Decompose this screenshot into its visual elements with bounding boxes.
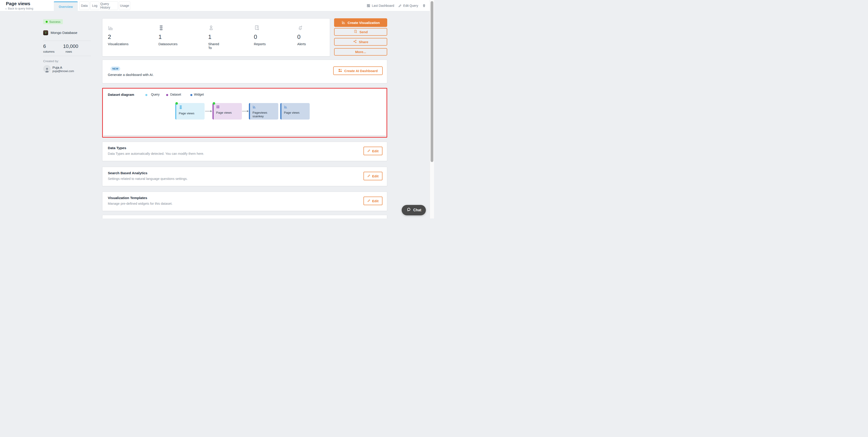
last-dashboard-label: Last Dashboard [372,4,394,7]
node-label: Page views [179,112,194,115]
data-types-card: Data Types Data Types are automatically … [102,142,387,161]
create-visualization-button[interactable]: Create Visualization [334,18,387,27]
edit-label: Edit [372,149,378,153]
rows-count: 10,000 [63,43,78,49]
header-actions: Last Dashboard Edit Query [367,0,426,11]
legend-widget-dot-icon [190,94,192,96]
report-icon [254,25,260,32]
status-dot-icon [213,102,215,105]
vertical-scrollbar-thumb[interactable] [431,1,433,162]
bar-chart-icon [252,105,256,110]
page-title: Page views [6,1,30,6]
send-report-icon [353,30,358,34]
stat-value: 1 [208,33,211,40]
creator-name: Puja A [53,65,62,69]
overview-stats-card: 2 Visualizations 1 Datasources 1 Shared … [102,18,330,57]
create-visualization-label: Create Visualization [348,21,380,25]
arrow-right-icon [205,110,212,113]
back-to-query-listing-link[interactable]: ‹ Back to query listing [5,7,33,10]
avatar [43,65,51,72]
tab-data[interactable]: Data [79,1,89,10]
next-section-card-partial [102,215,387,218]
person-icon [208,25,214,32]
database-icon [179,105,183,110]
ai-banner-text: Generate a dashboard with AI. [108,73,154,76]
bell-icon [297,25,303,32]
bar-chart-icon [108,25,114,32]
columns-label: columns [43,50,55,53]
tab-overview[interactable]: Overview [54,1,78,11]
success-dot-icon [46,21,48,23]
legend-query-dot-icon [145,94,147,96]
tab-usage[interactable]: Usage [119,1,130,10]
chat-button[interactable]: Chat [402,205,426,215]
diagram-horizontal-scrollbar[interactable] [103,135,386,136]
dataset-diagram-card: Dataset diagram Query Dataset Widget Pag… [102,88,387,137]
edit-label: Edit [372,199,378,203]
stat-label: Datasources [158,42,178,46]
trash-icon [422,4,426,7]
stat-label: Visualizations [108,42,128,46]
table-icon [216,105,220,110]
node-label: Pageviews ssankey [252,111,276,118]
stat-label: Alerts [297,42,306,46]
edit-query-button[interactable]: Edit Query [398,4,418,7]
more-button[interactable]: More... [334,48,387,56]
legend-dataset-label: Dataset [170,93,181,96]
last-dashboard-button[interactable]: Last Dashboard [367,4,394,7]
dashboard-grid-icon [367,4,370,7]
mongodb-icon [43,30,48,35]
share-label: Share [359,40,368,44]
share-icon [353,39,357,44]
header: Page views ‹ Back to query listing Overv… [0,0,434,11]
chat-bubble-icon [406,207,411,213]
bar-chart-icon [284,105,287,110]
vertical-scrollbar-track[interactable] [430,0,434,218]
node-label: Page views [284,111,300,115]
created-by-label: Created by: [43,59,59,63]
create-ai-dashboard-button[interactable]: Create AI Dashboard [333,66,383,75]
bar-chart-icon [342,20,346,25]
stat-value: 0 [254,33,257,40]
legend-query-label: Query [151,93,160,96]
edit-query-label: Edit Query [403,4,418,7]
datasource-name: Mongo Database [51,31,77,35]
database-icon [158,25,164,32]
ai-dashboard-icon [338,68,342,73]
new-badge: NEW [111,66,120,71]
section-description: Data Types are automatically detected. Y… [108,152,204,155]
section-description: Settings related to natural language que… [108,177,188,181]
stat-label: Shared To [208,42,219,50]
more-label: More... [355,50,366,54]
pencil-icon [367,174,370,178]
node-label: Page views [216,111,232,115]
status-badge: Success [43,19,63,24]
datasource-row[interactable]: Mongo Database [43,30,77,35]
rows-label: rows [66,50,72,53]
tab-log[interactable]: Log [90,1,99,10]
diagram-node-widget-1[interactable]: Pageviews ssankey [249,103,278,120]
diagram-node-dataset[interactable]: Page views [213,103,242,120]
share-button[interactable]: Share [334,38,387,45]
stat-value: 2 [108,33,111,40]
diagram-node-query[interactable]: Page views [175,103,205,120]
visualization-templates-edit-button[interactable]: Edit [364,196,382,205]
data-types-edit-button[interactable]: Edit [364,147,382,155]
stat-value: 1 [158,33,162,40]
query-overview-page: Page views ‹ Back to query listing Overv… [0,0,434,218]
edit-label: Edit [372,174,378,178]
status-badge-label: Success [49,20,60,24]
diagram-node-widget-2[interactable]: Page views [280,103,310,120]
stat-value: 0 [297,33,301,40]
send-button[interactable]: Send [334,28,387,36]
create-ai-dashboard-label: Create AI Dashboard [344,69,378,73]
search-analytics-edit-button[interactable]: Edit [364,172,382,180]
delete-query-button[interactable] [422,4,426,7]
back-link-label: Back to query listing [8,7,33,10]
columns-count: 6 [43,43,46,49]
section-title: Data Types [108,146,126,150]
chat-label: Chat [413,208,421,212]
tab-query-history[interactable]: Query History [100,1,118,10]
pencil-icon [398,4,402,7]
chevron-left-icon: ‹ [5,7,6,10]
